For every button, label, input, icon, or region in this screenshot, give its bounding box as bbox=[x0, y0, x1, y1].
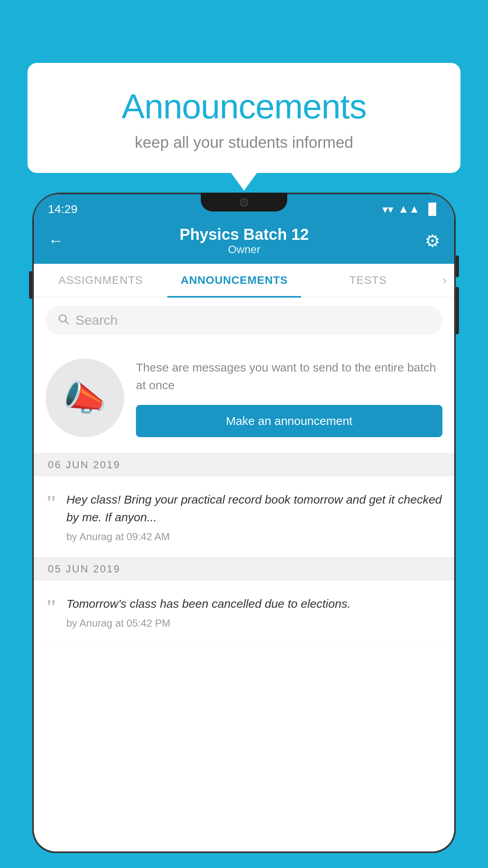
search-container: Search bbox=[34, 298, 454, 343]
quote-icon-1: " bbox=[46, 493, 57, 513]
svg-line-1 bbox=[66, 321, 68, 324]
speech-bubble-section: Announcements keep all your students inf… bbox=[28, 63, 460, 173]
battery-icon: ▐▌ bbox=[424, 203, 440, 215]
announcement-cta-section: 📣 These are messages you want to send to… bbox=[34, 343, 454, 453]
camera bbox=[240, 198, 248, 207]
search-placeholder: Search bbox=[75, 313, 118, 328]
phone-frame: 14:29 ▾▾ ▲▲ ▐▌ ← Physics Batch 12 Owner … bbox=[32, 193, 456, 853]
wifi-icon: ▾▾ bbox=[382, 203, 393, 216]
app-header: ← Physics Batch 12 Owner ⚙ bbox=[34, 219, 454, 264]
tab-tests[interactable]: TESTS bbox=[301, 264, 435, 297]
volume-button bbox=[29, 271, 32, 299]
announcement-item-2: " Tomorrow's class has been cancelled du… bbox=[34, 581, 454, 644]
date-separator-1: 06 JUN 2019 bbox=[34, 453, 454, 476]
make-announcement-button[interactable]: Make an announcement bbox=[136, 405, 442, 437]
speech-bubble: Announcements keep all your students inf… bbox=[28, 63, 460, 173]
cta-description: These are messages you want to send to t… bbox=[136, 359, 442, 394]
status-time: 14:29 bbox=[48, 202, 77, 216]
power-button-top bbox=[456, 256, 459, 277]
announcement-content-2: Tomorrow's class has been cancelled due … bbox=[66, 595, 442, 629]
header-title: Physics Batch 12 bbox=[180, 226, 309, 243]
announcement-meta-2: by Anurag at 05:42 PM bbox=[66, 617, 442, 629]
announcement-content-1: Hey class! Bring your practical record b… bbox=[66, 491, 442, 543]
signal-icon: ▲▲ bbox=[398, 203, 420, 215]
date-separator-2: 05 JUN 2019 bbox=[34, 557, 454, 581]
header-center: Physics Batch 12 Owner bbox=[180, 226, 309, 256]
quote-icon-2: " bbox=[46, 597, 57, 618]
tab-announcements[interactable]: ANNOUNCEMENTS bbox=[167, 264, 301, 297]
header-subtitle: Owner bbox=[180, 243, 309, 256]
tab-assignments[interactable]: ASSIGNMENTS bbox=[34, 264, 167, 297]
tab-more-icon[interactable]: › bbox=[435, 264, 454, 297]
announcement-meta-1: by Anurag at 09:42 AM bbox=[66, 531, 442, 543]
back-button[interactable]: ← bbox=[48, 232, 64, 250]
phone-screen: 14:29 ▾▾ ▲▲ ▐▌ ← Physics Batch 12 Owner … bbox=[34, 194, 454, 851]
settings-icon[interactable]: ⚙ bbox=[425, 231, 440, 251]
phone-notch bbox=[201, 193, 287, 211]
bubble-subtitle: keep all your students informed bbox=[59, 134, 429, 151]
status-icons: ▾▾ ▲▲ ▐▌ bbox=[382, 203, 440, 216]
megaphone-icon: 📣 bbox=[63, 377, 107, 419]
announcement-item-1: " Hey class! Bring your practical record… bbox=[34, 476, 454, 557]
cta-right: These are messages you want to send to t… bbox=[136, 359, 442, 437]
search-bar[interactable]: Search bbox=[46, 305, 442, 335]
phone-wrapper: 14:29 ▾▾ ▲▲ ▐▌ ← Physics Batch 12 Owner … bbox=[32, 193, 456, 868]
announcement-text-1: Hey class! Bring your practical record b… bbox=[66, 491, 442, 526]
bubble-title: Announcements bbox=[59, 86, 429, 127]
announcement-icon-circle: 📣 bbox=[46, 359, 124, 437]
power-button-bottom bbox=[456, 287, 459, 334]
search-icon bbox=[57, 313, 69, 328]
announcement-text-2: Tomorrow's class has been cancelled due … bbox=[66, 595, 442, 612]
tabs-container: ASSIGNMENTS ANNOUNCEMENTS TESTS › bbox=[34, 264, 454, 298]
